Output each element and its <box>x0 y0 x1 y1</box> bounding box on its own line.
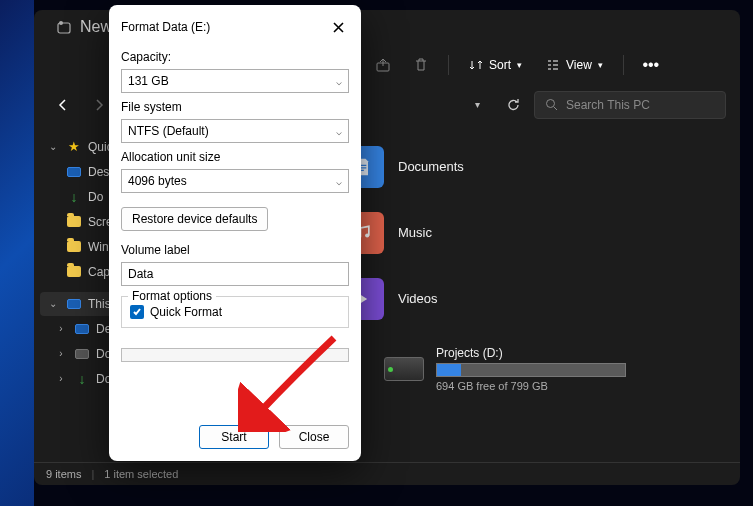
download-icon: ↓ <box>71 189 78 205</box>
format-options-legend: Format options <box>128 289 216 303</box>
volume-input-wrapper <box>121 262 349 286</box>
delete-button[interactable] <box>404 50 438 80</box>
folder-icon <box>67 266 81 277</box>
capacity-combo[interactable]: 131 GB ⌵ <box>121 69 349 93</box>
share-button[interactable] <box>366 50 400 80</box>
close-dialog-button[interactable]: Close <box>279 425 349 449</box>
share-icon <box>375 57 391 73</box>
chevron-down-icon: ▾ <box>598 60 603 70</box>
quick-format-checkbox[interactable]: Quick Format <box>130 305 340 319</box>
format-options-group: Format options Quick Format <box>121 296 349 328</box>
drive-free: 694 GB free of 799 GB <box>436 380 626 392</box>
chevron-down-icon: ⌵ <box>336 126 342 137</box>
sidebar-item-label: Des <box>88 165 109 179</box>
checkbox-checked-icon <box>130 305 144 319</box>
drive-icon <box>384 357 424 381</box>
status-bar: 9 items | 1 item selected <box>34 462 740 485</box>
quick-format-label: Quick Format <box>150 305 222 319</box>
close-icon <box>333 22 344 33</box>
filesystem-value: NTFS (Default) <box>128 124 209 138</box>
drive-name: Projects (D:) <box>436 346 626 360</box>
view-menu[interactable]: View ▾ <box>536 54 613 76</box>
address-chevron[interactable]: ▾ <box>462 90 492 120</box>
aus-label: Allocation unit size <box>121 150 349 164</box>
desktop-icon <box>67 167 81 177</box>
plus-tab-icon <box>56 19 72 35</box>
svg-point-5 <box>547 100 555 108</box>
filesystem-combo[interactable]: NTFS (Default) ⌵ <box>121 119 349 143</box>
svg-marker-8 <box>361 295 368 303</box>
chevron-down-icon: ⌵ <box>336 176 342 187</box>
refresh-icon <box>506 97 521 112</box>
sort-label: Sort <box>489 58 511 72</box>
search-placeholder: Search This PC <box>566 98 650 112</box>
start-button[interactable]: Start <box>199 425 269 449</box>
svg-point-1 <box>59 21 63 25</box>
folder-icon <box>67 216 81 227</box>
view-icon <box>546 58 560 72</box>
capacity-value: 131 GB <box>128 74 169 88</box>
arrow-left-icon <box>56 98 70 112</box>
desktop-icon <box>75 324 89 334</box>
download-icon: ↓ <box>79 371 86 387</box>
volume-label: Volume label <box>121 243 349 257</box>
sidebar-item-label: Cap <box>88 265 110 279</box>
status-items: 9 items <box>46 468 81 480</box>
restore-defaults-button[interactable]: Restore device defaults <box>121 207 268 231</box>
format-dialog: Format Data (E:) Capacity: 131 GB ⌵ File… <box>109 5 361 461</box>
documents-icon <box>75 349 89 359</box>
sort-menu[interactable]: Sort ▾ <box>459 54 532 76</box>
aus-value: 4096 bytes <box>128 174 187 188</box>
more-button[interactable]: ••• <box>634 50 668 80</box>
refresh-button[interactable] <box>498 90 528 120</box>
folder-icon <box>67 241 81 252</box>
view-label: View <box>566 58 592 72</box>
aus-combo[interactable]: 4096 bytes ⌵ <box>121 169 349 193</box>
status-selected: 1 item selected <box>104 468 178 480</box>
format-progress <box>121 348 349 362</box>
star-icon: ★ <box>68 139 80 154</box>
chevron-down-icon: ▾ <box>517 60 522 70</box>
chevron-down-icon: ⌵ <box>336 76 342 87</box>
new-tab-label: New <box>80 18 112 36</box>
svg-point-7 <box>365 233 369 237</box>
arrow-right-icon <box>92 98 106 112</box>
sidebar-item-label: Do <box>88 190 103 204</box>
trash-icon <box>413 57 429 73</box>
folder-label: Documents <box>398 159 464 174</box>
folder-label: Videos <box>398 291 438 306</box>
drive-projects[interactable]: Projects (D:) 694 GB free of 799 GB <box>384 346 626 392</box>
pc-icon <box>67 299 81 309</box>
back-button[interactable] <box>48 90 78 120</box>
capacity-label: Capacity: <box>121 50 349 64</box>
desktop-edge <box>0 0 34 506</box>
sidebar-item-label: Win <box>88 240 109 254</box>
dialog-title: Format Data (E:) <box>121 20 210 34</box>
filesystem-label: File system <box>121 100 349 114</box>
volume-input[interactable] <box>128 267 342 281</box>
sort-icon <box>469 58 483 72</box>
search-icon <box>545 98 558 111</box>
search-box[interactable]: Search This PC <box>534 91 726 119</box>
close-button[interactable] <box>327 16 349 38</box>
folder-label: Music <box>398 225 432 240</box>
drive-usage-bar <box>436 363 626 377</box>
